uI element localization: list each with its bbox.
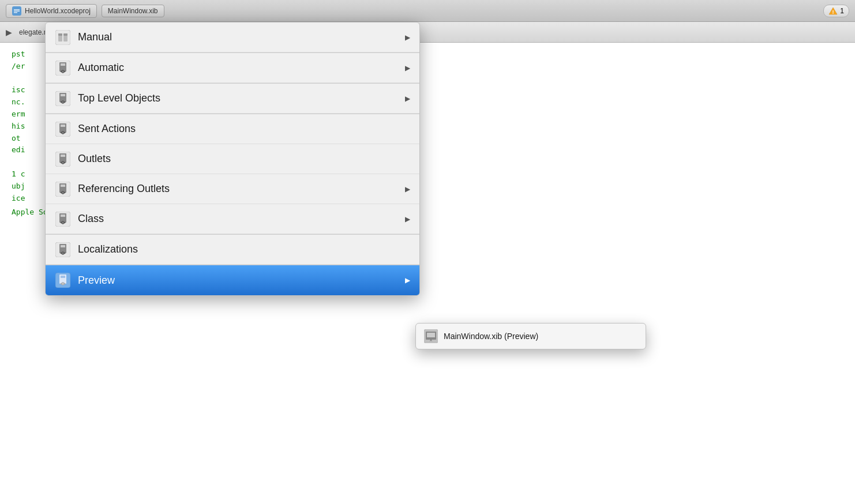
submenu-item-mainwindow[interactable]: A MainWindow.xib (Preview) — [416, 324, 646, 349]
svg-text:!: ! — [832, 9, 834, 14]
svg-point-20 — [62, 101, 64, 103]
top-bar-left: HelloWorld.xcodeproj MainWindow.xib — [6, 4, 164, 18]
outlets-label: Outlets — [78, 153, 410, 165]
referencing-outlets-arrow: ▶ — [405, 185, 410, 193]
svg-rect-48 — [61, 276, 65, 278]
menu-item-referencing-outlets[interactable]: Referencing Outlets ▶ — [46, 174, 419, 204]
svg-rect-10 — [63, 33, 68, 36]
automatic-icon — [55, 60, 71, 76]
xcodeproj-icon — [12, 6, 21, 16]
svg-rect-33 — [61, 185, 65, 187]
preview-arrow: ▶ — [405, 276, 410, 284]
top-level-objects-icon — [55, 91, 71, 107]
menu-item-sent-actions[interactable]: Sent Actions — [46, 114, 419, 144]
manual-arrow: ▶ — [405, 33, 410, 42]
top-level-objects-arrow: ▶ — [405, 95, 410, 103]
automatic-arrow: ▶ — [405, 64, 410, 72]
submenu-xib-icon: A — [424, 329, 438, 343]
svg-rect-9 — [58, 33, 62, 36]
submenu-mainwindow-label: MainWindow.xib (Preview) — [444, 332, 538, 341]
sent-actions-icon — [55, 121, 71, 137]
menu-item-manual[interactable]: Manual ▶ — [46, 22, 419, 52]
referencing-outlets-label: Referencing Outlets — [78, 183, 405, 195]
warning-count: 1 — [840, 7, 844, 15]
preview-label: Preview — [78, 274, 405, 287]
svg-rect-1 — [14, 9, 20, 10]
top-bar-right: ! 1 — [823, 5, 849, 17]
sent-actions-label: Sent Actions — [78, 123, 410, 135]
svg-rect-18 — [61, 94, 65, 96]
class-label: Class — [78, 213, 405, 225]
localizations-icon — [55, 242, 71, 258]
menu-item-preview[interactable]: Preview ▶ — [46, 265, 419, 295]
class-arrow: ▶ — [405, 215, 410, 223]
menu-item-top-level-objects[interactable]: Top Level Objects ▶ — [46, 84, 419, 114]
svg-rect-53 — [427, 333, 435, 337]
svg-point-15 — [62, 70, 64, 72]
automatic-label: Automatic — [78, 62, 405, 74]
xib-tab[interactable]: MainWindow.xib — [102, 5, 164, 17]
manual-label: Manual — [78, 31, 405, 43]
svg-rect-28 — [61, 155, 65, 157]
svg-rect-43 — [61, 245, 65, 247]
xcodeproj-label: HelloWorld.xcodeproj — [25, 7, 91, 15]
referencing-outlets-icon — [55, 181, 71, 197]
svg-rect-23 — [61, 125, 65, 127]
menu-item-outlets[interactable]: Outlets — [46, 144, 419, 174]
localizations-label: Localizations — [78, 243, 410, 255]
breadcrumb-nav-arrow[interactable]: ▶ — [6, 28, 12, 37]
dropdown-menu: Manual ▶ Automatic ▶ — [45, 22, 420, 296]
preview-icon — [55, 272, 71, 288]
svg-point-50 — [62, 283, 64, 285]
menu-item-automatic[interactable]: Automatic ▶ — [46, 53, 419, 83]
svg-rect-13 — [61, 63, 65, 66]
warning-badge: ! 1 — [823, 5, 849, 17]
top-level-objects-label: Top Level Objects — [78, 92, 405, 104]
manual-icon — [55, 29, 71, 46]
xib-label: MainWindow.xib — [108, 7, 158, 15]
menu-item-class[interactable]: Class ▶ — [46, 204, 419, 234]
menu-item-localizations[interactable]: Localizations — [46, 235, 419, 265]
svg-rect-2 — [14, 10, 20, 12]
warning-icon: ! — [828, 6, 838, 16]
svg-point-30 — [62, 161, 64, 163]
outlets-icon — [55, 151, 71, 167]
svg-point-40 — [62, 221, 64, 223]
svg-point-35 — [62, 191, 64, 193]
xcodeproj-tab[interactable]: HelloWorld.xcodeproj — [6, 4, 97, 18]
svg-rect-38 — [61, 215, 65, 217]
class-icon — [55, 211, 71, 227]
svg-rect-6 — [55, 30, 70, 45]
svg-point-45 — [62, 252, 64, 254]
svg-rect-3 — [14, 12, 17, 13]
top-bar: HelloWorld.xcodeproj MainWindow.xib ! 1 — [0, 0, 855, 22]
submenu-popup: A MainWindow.xib (Preview) — [415, 323, 646, 349]
svg-point-25 — [62, 131, 64, 133]
